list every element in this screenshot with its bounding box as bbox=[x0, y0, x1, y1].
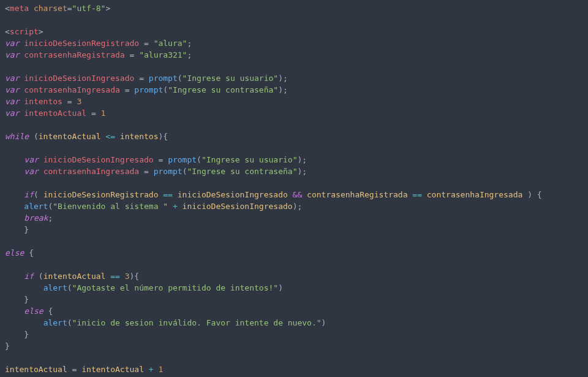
code-line: <script> bbox=[5, 27, 43, 36]
code-line: <meta charset="utf-8"> bbox=[5, 4, 110, 13]
code-line: alert("Bienvenido al sistema " + inicioD… bbox=[5, 202, 302, 211]
code-line: intentoActual = intentoActual + 1 bbox=[5, 365, 163, 374]
code-line: var inicioDeSesionIngresado = prompt("In… bbox=[5, 155, 307, 164]
code-line: var inicioDeSesionIngresado = prompt("In… bbox=[5, 74, 288, 83]
code-line: var inicioDeSesionRegistrado = "alura"; bbox=[5, 39, 192, 48]
code-line: var intentoActual = 1 bbox=[5, 109, 105, 118]
code-line: } bbox=[5, 330, 29, 339]
code-line: var contrasenhaRegistrada = "alura321"; bbox=[5, 50, 192, 59]
code-line: } bbox=[5, 295, 29, 304]
code-line: var contrasenhaIngresada = prompt("Ingre… bbox=[5, 167, 307, 176]
code-line: else { bbox=[5, 248, 34, 257]
code-line: if( inicioDeSesionRegistrado == inicioDe… bbox=[5, 190, 542, 199]
code-line: } bbox=[5, 225, 29, 234]
code-line: var contrasenhaIngresada = prompt("Ingre… bbox=[5, 85, 288, 94]
code-line: else { bbox=[5, 307, 53, 316]
code-line: var intentos = 3 bbox=[5, 97, 81, 106]
code-line: while (intentoActual <= intentos){ bbox=[5, 132, 168, 141]
code-line: if (intentoActual == 3){ bbox=[5, 272, 139, 281]
code-line: } bbox=[5, 341, 10, 351]
code-line: alert("Agotaste el número permitido de i… bbox=[5, 283, 283, 292]
code-line: alert("inicio de sesion inválido. Favor … bbox=[5, 318, 326, 327]
code-line: break; bbox=[5, 213, 53, 223]
code-block: <meta charset="utf-8"> <script> var inic… bbox=[0, 0, 588, 377]
